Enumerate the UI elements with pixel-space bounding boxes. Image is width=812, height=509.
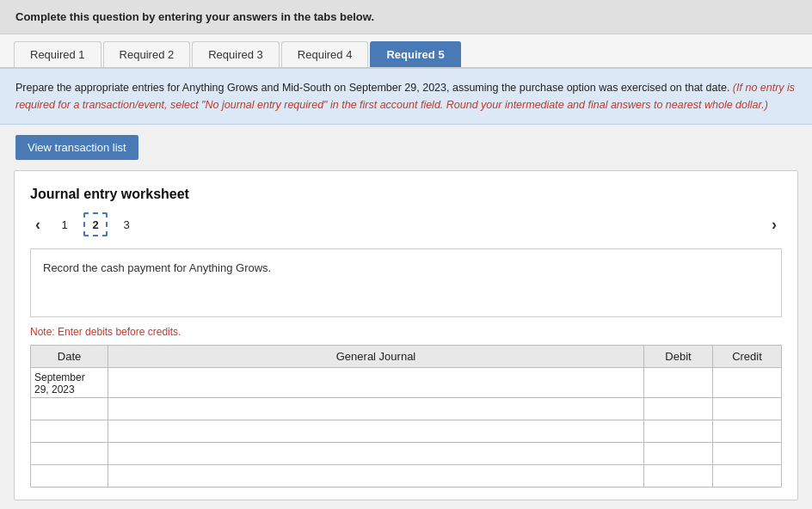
- note-debits-credits: Note: Enter debits before credits.: [30, 326, 782, 338]
- credit-input-4[interactable]: [717, 445, 778, 463]
- description-normal: Prepare the appropriate entries for Anyt…: [15, 82, 729, 94]
- debit-input-3[interactable]: [648, 422, 709, 440]
- credit-cell-2[interactable]: [713, 398, 782, 420]
- page-1[interactable]: 1: [52, 212, 77, 236]
- description-area: Prepare the appropriate entries for Anyt…: [0, 69, 812, 125]
- journal-input-4[interactable]: [112, 445, 640, 463]
- debit-input-5[interactable]: [648, 467, 709, 485]
- credit-cell-5[interactable]: [713, 465, 782, 488]
- journal-cell-4[interactable]: [108, 443, 644, 465]
- tab-required-4[interactable]: Required 4: [281, 41, 369, 67]
- header-credit: Credit: [713, 346, 782, 368]
- journal-input-3[interactable]: [112, 422, 640, 440]
- date-cell-1: September29, 2023: [31, 368, 108, 398]
- journal-cell-2[interactable]: [108, 398, 644, 420]
- record-note-box: Record the cash payment for Anything Gro…: [30, 248, 782, 317]
- instruction-bar: Complete this question by entering your …: [0, 0, 812, 34]
- record-note-text: Record the cash payment for Anything Gro…: [43, 261, 271, 274]
- journal-input-1[interactable]: [112, 370, 640, 396]
- date-cell-3: [31, 420, 108, 443]
- tab-required-5[interactable]: Required 5: [370, 41, 460, 67]
- date-cell-4: [31, 443, 108, 465]
- header-date: Date: [31, 346, 108, 368]
- next-page-arrow[interactable]: ›: [766, 214, 782, 236]
- credit-cell-3[interactable]: [713, 420, 782, 443]
- table-header-row: Date General Journal Debit Credit: [31, 346, 782, 368]
- journal-table: Date General Journal Debit Credit Septem…: [30, 345, 782, 488]
- tab-required-1[interactable]: Required 1: [14, 41, 102, 67]
- journal-cell-1[interactable]: [108, 368, 644, 398]
- credit-input-2[interactable]: [717, 400, 778, 418]
- page-2[interactable]: 2: [83, 212, 108, 236]
- header-general-journal: General Journal: [108, 346, 644, 368]
- tabs-row: Required 1 Required 2 Required 3 Require…: [0, 34, 812, 69]
- header-debit: Debit: [644, 346, 713, 368]
- debit-cell-3[interactable]: [644, 420, 713, 443]
- instruction-text: Complete this question by entering your …: [15, 10, 374, 23]
- credit-input-3[interactable]: [717, 422, 778, 440]
- page-navigation: ‹ 1 2 3 ›: [30, 212, 782, 236]
- credit-cell-1[interactable]: [713, 368, 782, 398]
- table-row: [31, 443, 782, 465]
- journal-input-2[interactable]: [112, 400, 640, 418]
- journal-cell-3[interactable]: [108, 420, 644, 443]
- table-row: [31, 398, 782, 420]
- action-bar: View transaction list: [0, 125, 812, 170]
- prev-page-arrow[interactable]: ‹: [30, 214, 46, 236]
- debit-cell-5[interactable]: [644, 465, 713, 488]
- tab-required-2[interactable]: Required 2: [103, 41, 191, 67]
- table-row: September29, 2023: [31, 368, 782, 398]
- debit-input-1[interactable]: [648, 370, 709, 396]
- worksheet-title: Journal entry worksheet: [30, 187, 782, 202]
- credit-input-5[interactable]: [717, 467, 778, 485]
- debit-cell-2[interactable]: [644, 398, 713, 420]
- table-row: [31, 465, 782, 488]
- journal-cell-5[interactable]: [108, 465, 644, 488]
- date-cell-5: [31, 465, 108, 488]
- debit-input-4[interactable]: [648, 445, 709, 463]
- table-row: [31, 420, 782, 443]
- journal-input-5[interactable]: [112, 467, 640, 485]
- debit-input-2[interactable]: [648, 400, 709, 418]
- credit-input-1[interactable]: [717, 370, 778, 396]
- date-cell-2: [31, 398, 108, 420]
- view-transaction-list-button[interactable]: View transaction list: [15, 135, 138, 160]
- debit-cell-4[interactable]: [644, 443, 713, 465]
- page-3[interactable]: 3: [114, 212, 138, 236]
- outer-container: Complete this question by entering your …: [0, 0, 812, 509]
- tab-required-3[interactable]: Required 3: [192, 41, 280, 67]
- debit-cell-1[interactable]: [644, 368, 713, 398]
- worksheet-container: Journal entry worksheet ‹ 1 2 3 › Record…: [14, 170, 798, 500]
- credit-cell-4[interactable]: [713, 443, 782, 465]
